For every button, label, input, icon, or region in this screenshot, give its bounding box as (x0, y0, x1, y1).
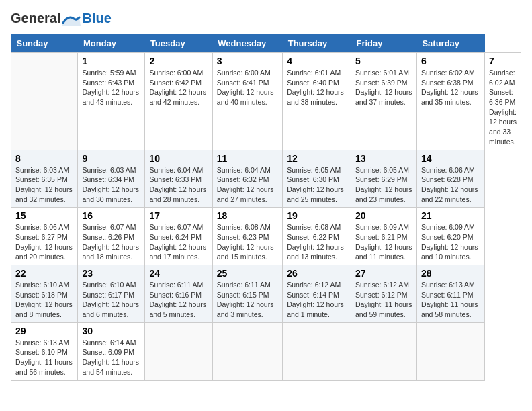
day-number: 2 (149, 56, 208, 66)
page-header: General Blue (11, 11, 521, 26)
day-cell: 29Sunrise: 6:13 AM Sunset: 6:10 PM Dayli… (11, 322, 78, 380)
column-header-tuesday: Tuesday (145, 34, 212, 53)
day-info: Sunrise: 6:14 AM Sunset: 6:09 PM Dayligh… (82, 338, 140, 377)
day-number: 22 (15, 268, 73, 279)
day-cell: 19Sunrise: 6:08 AM Sunset: 6:22 PM Dayli… (283, 208, 351, 265)
day-info: Sunrise: 6:01 AM Sunset: 6:40 PM Dayligh… (287, 68, 347, 107)
day-cell (283, 322, 351, 380)
day-info: Sunrise: 6:11 AM Sunset: 6:15 PM Dayligh… (217, 280, 278, 320)
day-number: 12 (287, 153, 347, 164)
day-info: Sunrise: 6:06 AM Sunset: 6:28 PM Dayligh… (421, 165, 480, 205)
week-row-3: 15Sunrise: 6:06 AM Sunset: 6:27 PM Dayli… (11, 208, 521, 265)
day-number: 5 (355, 56, 412, 66)
day-info: Sunrise: 6:08 AM Sunset: 6:22 PM Dayligh… (287, 222, 347, 262)
day-info: Sunrise: 6:07 AM Sunset: 6:26 PM Dayligh… (82, 222, 140, 262)
column-header-sunday: Sunday (11, 34, 78, 53)
day-number: 28 (421, 268, 480, 279)
day-info: Sunrise: 6:11 AM Sunset: 6:16 PM Dayligh… (149, 280, 208, 320)
day-info: Sunrise: 5:59 AM Sunset: 6:43 PM Dayligh… (82, 68, 140, 107)
day-cell: 27Sunrise: 6:12 AM Sunset: 6:12 PM Dayli… (351, 265, 416, 323)
day-cell (145, 322, 212, 380)
calendar-table: SundayMondayTuesdayWednesdayThursdayFrid… (11, 34, 521, 381)
day-number: 25 (217, 268, 278, 279)
day-info: Sunrise: 6:10 AM Sunset: 6:17 PM Dayligh… (82, 280, 140, 320)
day-number: 13 (355, 153, 412, 164)
day-info: Sunrise: 6:01 AM Sunset: 6:39 PM Dayligh… (355, 68, 412, 107)
day-number: 14 (421, 153, 480, 164)
day-cell (351, 322, 416, 380)
day-cell: 11Sunrise: 6:04 AM Sunset: 6:32 PM Dayli… (212, 150, 282, 208)
day-info: Sunrise: 6:12 AM Sunset: 6:12 PM Dayligh… (355, 280, 412, 320)
day-number: 27 (355, 268, 412, 279)
day-number: 23 (82, 268, 140, 279)
logo-brand: General Blue (11, 11, 112, 26)
day-cell: 2Sunrise: 6:00 AM Sunset: 6:42 PM Daylig… (145, 53, 212, 150)
day-cell: 7Sunrise: 6:02 AM Sunset: 6:36 PM Daylig… (485, 53, 521, 150)
day-info: Sunrise: 6:00 AM Sunset: 6:41 PM Dayligh… (217, 68, 278, 107)
day-cell (11, 53, 78, 150)
day-number: 20 (355, 210, 412, 221)
logo-blue-text: Blue (82, 11, 111, 26)
day-cell: 14Sunrise: 6:06 AM Sunset: 6:28 PM Dayli… (416, 150, 484, 208)
day-number: 3 (217, 56, 278, 66)
logo-general-text: General (11, 11, 60, 26)
day-info: Sunrise: 6:12 AM Sunset: 6:14 PM Dayligh… (287, 280, 347, 320)
column-header-monday: Monday (78, 34, 145, 53)
day-info: Sunrise: 6:07 AM Sunset: 6:24 PM Dayligh… (149, 222, 208, 262)
day-info: Sunrise: 6:04 AM Sunset: 6:32 PM Dayligh… (217, 165, 278, 205)
day-cell: 28Sunrise: 6:13 AM Sunset: 6:11 PM Dayli… (416, 265, 484, 323)
day-cell: 23Sunrise: 6:10 AM Sunset: 6:17 PM Dayli… (78, 265, 145, 323)
day-number: 26 (287, 268, 347, 279)
day-number: 10 (149, 153, 208, 164)
day-cell: 30Sunrise: 6:14 AM Sunset: 6:09 PM Dayli… (78, 322, 145, 380)
header-row: SundayMondayTuesdayWednesdayThursdayFrid… (11, 34, 521, 53)
day-number: 30 (82, 326, 140, 336)
column-header-saturday: Saturday (416, 34, 484, 53)
day-cell: 15Sunrise: 6:06 AM Sunset: 6:27 PM Dayli… (11, 208, 78, 265)
day-info: Sunrise: 6:09 AM Sunset: 6:21 PM Dayligh… (355, 222, 412, 262)
column-header-friday: Friday (351, 34, 416, 53)
day-info: Sunrise: 6:13 AM Sunset: 6:10 PM Dayligh… (15, 338, 73, 377)
logo-wave-icon (62, 12, 81, 26)
day-number: 21 (421, 210, 480, 221)
day-cell: 22Sunrise: 6:10 AM Sunset: 6:18 PM Dayli… (11, 265, 78, 323)
column-header-wednesday: Wednesday (212, 34, 282, 53)
day-cell: 13Sunrise: 6:05 AM Sunset: 6:29 PM Dayli… (351, 150, 416, 208)
day-number: 6 (421, 56, 480, 66)
day-number: 15 (15, 210, 73, 221)
day-info: Sunrise: 6:09 AM Sunset: 6:20 PM Dayligh… (421, 222, 480, 262)
day-info: Sunrise: 6:03 AM Sunset: 6:35 PM Dayligh… (15, 165, 73, 205)
day-cell: 3Sunrise: 6:00 AM Sunset: 6:41 PM Daylig… (212, 53, 282, 150)
day-number: 16 (82, 210, 140, 221)
day-number: 9 (82, 153, 140, 164)
day-info: Sunrise: 6:05 AM Sunset: 6:29 PM Dayligh… (355, 165, 412, 205)
day-cell: 10Sunrise: 6:04 AM Sunset: 6:33 PM Dayli… (145, 150, 212, 208)
day-cell: 16Sunrise: 6:07 AM Sunset: 6:26 PM Dayli… (78, 208, 145, 265)
day-cell (416, 322, 484, 380)
day-cell: 18Sunrise: 6:08 AM Sunset: 6:23 PM Dayli… (212, 208, 282, 265)
day-info: Sunrise: 6:08 AM Sunset: 6:23 PM Dayligh… (217, 222, 278, 262)
day-cell: 6Sunrise: 6:02 AM Sunset: 6:38 PM Daylig… (416, 53, 484, 150)
logo: General Blue (11, 11, 112, 26)
day-cell: 25Sunrise: 6:11 AM Sunset: 6:15 PM Dayli… (212, 265, 282, 323)
day-number: 24 (149, 268, 208, 279)
day-number: 4 (287, 56, 347, 66)
day-cell: 26Sunrise: 6:12 AM Sunset: 6:14 PM Dayli… (283, 265, 351, 323)
week-row-1: 1Sunrise: 5:59 AM Sunset: 6:43 PM Daylig… (11, 53, 521, 150)
day-cell: 20Sunrise: 6:09 AM Sunset: 6:21 PM Dayli… (351, 208, 416, 265)
day-info: Sunrise: 6:13 AM Sunset: 6:11 PM Dayligh… (421, 280, 480, 320)
day-info: Sunrise: 6:03 AM Sunset: 6:34 PM Dayligh… (82, 165, 140, 205)
day-cell: 8Sunrise: 6:03 AM Sunset: 6:35 PM Daylig… (11, 150, 78, 208)
day-info: Sunrise: 6:10 AM Sunset: 6:18 PM Dayligh… (15, 280, 73, 320)
day-cell: 5Sunrise: 6:01 AM Sunset: 6:39 PM Daylig… (351, 53, 416, 150)
day-cell: 4Sunrise: 6:01 AM Sunset: 6:40 PM Daylig… (283, 53, 351, 150)
day-cell: 9Sunrise: 6:03 AM Sunset: 6:34 PM Daylig… (78, 150, 145, 208)
day-info: Sunrise: 6:02 AM Sunset: 6:36 PM Dayligh… (489, 68, 517, 147)
day-number: 19 (287, 210, 347, 221)
day-number: 17 (149, 210, 208, 221)
day-info: Sunrise: 6:02 AM Sunset: 6:38 PM Dayligh… (421, 68, 480, 107)
day-cell: 1Sunrise: 5:59 AM Sunset: 6:43 PM Daylig… (78, 53, 145, 150)
week-row-4: 22Sunrise: 6:10 AM Sunset: 6:18 PM Dayli… (11, 265, 521, 323)
day-cell: 21Sunrise: 6:09 AM Sunset: 6:20 PM Dayli… (416, 208, 484, 265)
week-row-2: 8Sunrise: 6:03 AM Sunset: 6:35 PM Daylig… (11, 150, 521, 208)
